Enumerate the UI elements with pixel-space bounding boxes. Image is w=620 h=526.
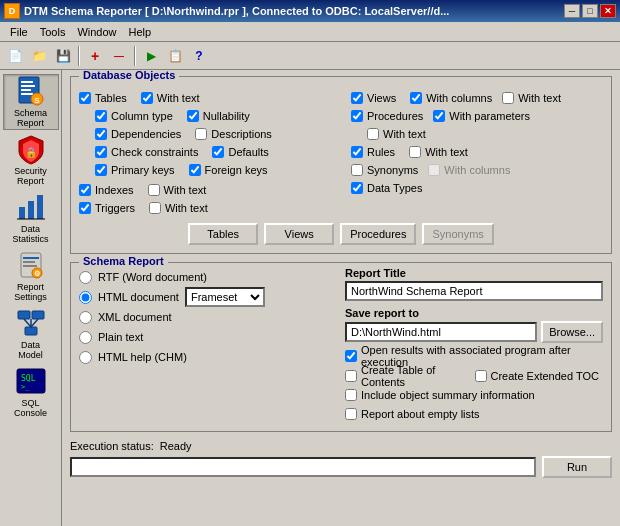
sidebar-label-security: SecurityReport — [14, 167, 47, 187]
proc-with-text-checkbox[interactable] — [367, 128, 379, 140]
menu-bar: File Tools Window Help — [0, 22, 620, 42]
sidebar-item-sql-console[interactable]: SQL >_ SQLConsole — [3, 364, 59, 420]
synonyms-button[interactable]: Synonyms — [422, 223, 493, 245]
execution-status-label: Execution status: — [70, 440, 154, 452]
sidebar-label-data-stats: DataStatistics — [12, 225, 48, 245]
rtf-label: RTF (Word document) — [98, 271, 207, 283]
report-empty-checkbox[interactable] — [345, 408, 357, 420]
content-area: Database Objects Tables With text Column… — [62, 70, 620, 526]
triggers-label: Triggers — [95, 202, 135, 214]
column-type-checkbox[interactable] — [95, 110, 107, 122]
svg-rect-8 — [19, 207, 25, 219]
html-radio[interactable] — [79, 291, 92, 304]
triggers-checkbox[interactable] — [79, 202, 91, 214]
views-checkbox[interactable] — [351, 92, 363, 104]
report-empty-label: Report about empty lists — [361, 408, 480, 420]
primary-keys-checkbox[interactable] — [95, 164, 107, 176]
sidebar-item-schema-report[interactable]: S SchemaReport — [3, 74, 59, 130]
svg-rect-4 — [21, 93, 33, 95]
help-button[interactable]: ? — [188, 45, 210, 67]
execution-input[interactable] — [70, 457, 536, 477]
sidebar-label-report-settings: ReportSettings — [14, 283, 47, 303]
indexes-with-text-checkbox[interactable] — [148, 184, 160, 196]
sidebar-item-data-model[interactable]: DataModel — [3, 306, 59, 362]
procedures-button[interactable]: Procedures — [340, 223, 416, 245]
tables-button[interactable]: Tables — [188, 223, 258, 245]
views-with-text-checkbox[interactable] — [502, 92, 514, 104]
menu-file[interactable]: File — [4, 24, 34, 40]
nullability-checkbox[interactable] — [187, 110, 199, 122]
chm-radio[interactable] — [79, 351, 92, 364]
tables-checkbox[interactable] — [79, 92, 91, 104]
descriptions-checkbox[interactable] — [195, 128, 207, 140]
data-types-checkbox[interactable] — [351, 182, 363, 194]
frameset-select[interactable]: Frameset Single None — [185, 287, 265, 307]
rules-label: Rules — [367, 146, 395, 158]
menu-tools[interactable]: Tools — [34, 24, 72, 40]
primary-keys-label: Primary keys — [111, 164, 175, 176]
title-bar: D DTM Schema Reporter [ D:\Northwind.rpr… — [0, 0, 620, 22]
rtf-radio[interactable] — [79, 271, 92, 284]
open-button[interactable]: 📁 — [28, 45, 50, 67]
dependencies-checkbox[interactable] — [95, 128, 107, 140]
create-toc-checkbox[interactable] — [345, 370, 357, 382]
foreign-keys-checkbox[interactable] — [189, 164, 201, 176]
svg-rect-13 — [23, 257, 39, 259]
synonyms-with-columns-checkbox[interactable] — [428, 164, 440, 176]
proc-with-params-checkbox[interactable] — [433, 110, 445, 122]
txt-radio[interactable] — [79, 331, 92, 344]
rules-with-text-checkbox[interactable] — [409, 146, 421, 158]
indexes-with-text-label: With text — [164, 184, 207, 196]
svg-rect-2 — [21, 85, 35, 87]
sidebar-item-report-settings[interactable]: ⚙ ReportSettings — [3, 248, 59, 304]
remove-button[interactable]: ─ — [108, 45, 130, 67]
close-button[interactable]: ✕ — [600, 4, 616, 18]
run-button[interactable]: Run — [542, 456, 612, 478]
synonyms-checkbox[interactable] — [351, 164, 363, 176]
views-with-columns-checkbox[interactable] — [410, 92, 422, 104]
include-summary-checkbox[interactable] — [345, 389, 357, 401]
views-button[interactable]: Views — [264, 223, 334, 245]
add-button[interactable]: + — [84, 45, 106, 67]
rules-checkbox[interactable] — [351, 146, 363, 158]
schema-report-group: Schema Report RTF (Word document) HTML d… — [70, 262, 612, 432]
run-toolbar-button[interactable]: ▶ — [140, 45, 162, 67]
svg-text:🔒: 🔒 — [25, 146, 38, 159]
menu-window[interactable]: Window — [71, 24, 122, 40]
svg-rect-9 — [28, 201, 34, 219]
menu-help[interactable]: Help — [123, 24, 158, 40]
svg-text:SQL: SQL — [21, 374, 36, 383]
views-with-text-label: With text — [518, 92, 561, 104]
procedures-checkbox[interactable] — [351, 110, 363, 122]
app-icon: D — [4, 3, 20, 19]
check-constraints-checkbox[interactable] — [95, 146, 107, 158]
sidebar: S SchemaReport 🔒 SecurityReport — [0, 70, 62, 526]
svg-text:>_: >_ — [21, 383, 30, 391]
report-button[interactable]: 📋 — [164, 45, 186, 67]
svg-rect-20 — [25, 327, 37, 335]
sidebar-item-data-statistics[interactable]: DataStatistics — [3, 190, 59, 246]
maximize-button[interactable]: □ — [582, 4, 598, 18]
sidebar-item-security-report[interactable]: 🔒 SecurityReport — [3, 132, 59, 188]
column-type-label: Column type — [111, 110, 173, 122]
indexes-checkbox[interactable] — [79, 184, 91, 196]
create-extended-toc-checkbox[interactable] — [475, 370, 487, 382]
defaults-checkbox[interactable] — [212, 146, 224, 158]
views-label: Views — [367, 92, 396, 104]
svg-rect-18 — [18, 311, 30, 319]
save-path-input[interactable] — [345, 322, 537, 342]
svg-rect-3 — [21, 89, 31, 91]
save-button[interactable]: 💾 — [52, 45, 74, 67]
tables-with-text-checkbox[interactable] — [141, 92, 153, 104]
procedures-label: Procedures — [367, 110, 423, 122]
synonyms-with-columns-label: With columns — [444, 164, 510, 176]
browse-button[interactable]: Browse... — [541, 321, 603, 343]
triggers-with-text-checkbox[interactable] — [149, 202, 161, 214]
minimize-button[interactable]: ─ — [564, 4, 580, 18]
open-results-checkbox[interactable] — [345, 350, 357, 362]
database-objects-label: Database Objects — [79, 70, 179, 81]
check-constraints-label: Check constraints — [111, 146, 198, 158]
report-title-input[interactable] — [345, 281, 603, 301]
new-button[interactable]: 📄 — [4, 45, 26, 67]
xml-radio[interactable] — [79, 311, 92, 324]
